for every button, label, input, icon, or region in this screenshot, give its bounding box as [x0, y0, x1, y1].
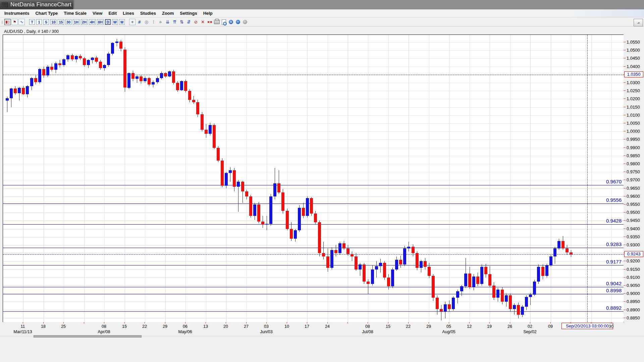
time-axis-label: 02	[528, 324, 532, 329]
candle-wick	[323, 242, 324, 259]
timeframe-button-d[interactable]: D	[105, 19, 111, 25]
window-title-tab[interactable]: NetDania FinanceChart	[0, 0, 73, 9]
price-axis-tick	[624, 180, 626, 180]
candlestick-chart-area[interactable]: 0.96700.95560.94280.92830.91770.90420.89…	[3, 35, 624, 322]
support-line[interactable]	[3, 265, 624, 265]
alert-price-flag[interactable]: 1.0350	[624, 71, 643, 77]
candle-body	[513, 305, 516, 309]
chart-scrollbar-thumb[interactable]	[34, 335, 142, 338]
timeframe-button-m[interactable]: M	[119, 19, 125, 25]
support-line[interactable]	[3, 287, 624, 287]
timeframe-button-30[interactable]: 30	[65, 19, 71, 25]
circle-marker-button[interactable]: ◎	[143, 19, 150, 25]
trend-tool-swap-button[interactable]: ⇵	[185, 19, 192, 25]
timeframe-button-15[interactable]: 15	[58, 19, 64, 25]
candle-body	[196, 102, 199, 114]
candle-body	[75, 56, 78, 59]
candle-body	[221, 161, 224, 186]
time-axis-label: 12	[467, 324, 472, 329]
trend-tool-up-button[interactable]: ⇈	[171, 19, 178, 25]
print-preview-icon	[222, 19, 226, 25]
time-axis-tick	[449, 322, 449, 323]
delete-button[interactable]: ✕	[200, 19, 206, 25]
menu-item-help[interactable]: Help	[200, 10, 216, 17]
price-axis[interactable]: 1.05501.05001.04501.04001.03501.03001.02…	[624, 35, 644, 322]
candle-body	[444, 304, 447, 312]
candle-body	[545, 265, 548, 276]
menu-item-time-scale[interactable]: Time Scale	[61, 10, 90, 17]
menu-item-zoom[interactable]: Zoom	[159, 10, 177, 17]
support-line[interactable]	[3, 185, 624, 185]
candle-flag-chart-button[interactable]: ⚑	[11, 19, 18, 25]
timeframe-button-4h[interactable]: 4H	[89, 19, 96, 25]
timeframe-button-1h[interactable]: 1H	[73, 19, 79, 25]
price-axis-tick	[624, 90, 626, 91]
menu-item-lines[interactable]: Lines	[120, 10, 137, 17]
app-icon	[2, 2, 8, 7]
menu-item-studies[interactable]: Studies	[137, 10, 159, 17]
printer-icon	[214, 20, 220, 24]
timeframe-button-2h[interactable]: 2H	[81, 19, 88, 25]
price-axis-label: 0.9450	[627, 218, 640, 223]
grid-hash-button[interactable]: #	[136, 19, 143, 25]
gridline-vertical	[571, 35, 571, 322]
timeframe-button-5[interactable]: 5	[43, 19, 49, 25]
volume-bars-button[interactable]: ılı	[157, 19, 164, 25]
timeframe-button-1[interactable]: 1	[36, 19, 42, 25]
candle-body	[209, 125, 212, 134]
candlestick-chart-button[interactable]: ▮▯	[4, 19, 11, 25]
timeframe-button-w[interactable]: W	[112, 19, 118, 25]
menu-item-edit[interactable]: Edit	[105, 10, 120, 17]
candle-body	[322, 253, 325, 256]
support-line-label: 0.8998	[606, 288, 622, 293]
time-axis-label: 13	[203, 324, 208, 329]
price-axis-label: 1.0100	[627, 113, 640, 118]
zoom-out-button[interactable]: −	[235, 19, 241, 25]
trend-tool-pair-button[interactable]: ⇅	[178, 19, 185, 25]
vertical-line-date-flag[interactable]: Sep/20/2013 03:00:00	[561, 323, 613, 329]
support-line[interactable]	[3, 248, 624, 248]
axis-scale-button[interactable]: ⁞	[150, 19, 157, 25]
support-line[interactable]	[3, 224, 624, 225]
menu-item-chart-type[interactable]: Chart Type	[32, 10, 61, 17]
pin-icon: -▪	[637, 21, 640, 25]
candle-body	[379, 263, 382, 266]
price-axis-tick	[624, 58, 626, 58]
price-axis-tick	[624, 318, 626, 318]
line-chart-button[interactable]: ∿	[18, 19, 25, 25]
time-axis[interactable]: Sep/20/2013 03:00:00 11Mar/11/13182508Ap…	[0, 322, 644, 337]
timeframe-button-t[interactable]: T	[29, 19, 35, 25]
vertical-dashed-line[interactable]	[587, 35, 588, 322]
last-price-flag[interactable]: 0.9243	[624, 251, 643, 257]
crosshair-button[interactable]: +	[129, 19, 136, 25]
alert-dashed-line[interactable]	[3, 75, 624, 75]
candle-body	[570, 252, 573, 254]
timeframe-button-10[interactable]: 10	[50, 19, 56, 25]
price-axis-label: 0.9400	[627, 226, 640, 231]
candle-body	[160, 73, 163, 78]
axis-scale-icon: ⁞	[153, 19, 154, 24]
delete-all-button[interactable]: ✖✖	[207, 19, 213, 25]
candle-body	[62, 59, 65, 65]
menu-item-settings[interactable]: Settings	[177, 10, 200, 17]
time-axis-tick	[145, 322, 145, 323]
zoom-in-button[interactable]: +	[228, 19, 234, 25]
support-line[interactable]	[3, 311, 624, 312]
erase-line-button[interactable]: ⊘	[193, 19, 199, 25]
zoom-reset-button[interactable]: ·	[242, 19, 248, 25]
menu-item-instruments[interactable]: Instruments	[1, 10, 32, 17]
printer-button[interactable]	[214, 19, 220, 25]
timeframe-button-8h[interactable]: 8H	[97, 19, 104, 25]
time-axis-tick	[63, 322, 64, 323]
delete-icon: ✕	[201, 19, 205, 24]
price-axis-tick	[624, 82, 626, 83]
price-axis-label: 0.9050	[627, 283, 640, 288]
support-line[interactable]	[3, 203, 624, 204]
trend-tool-down-button[interactable]: ⇊	[164, 19, 171, 25]
menu-item-view[interactable]: View	[90, 10, 105, 17]
last-price-dashed-line	[3, 254, 624, 255]
print-preview-button[interactable]	[221, 19, 227, 25]
pin-panel-button[interactable]: -▪	[634, 19, 643, 26]
price-axis-label: 0.9200	[627, 258, 640, 263]
toolbar-grip-icon[interactable]: ⁞⁞	[1, 20, 3, 24]
